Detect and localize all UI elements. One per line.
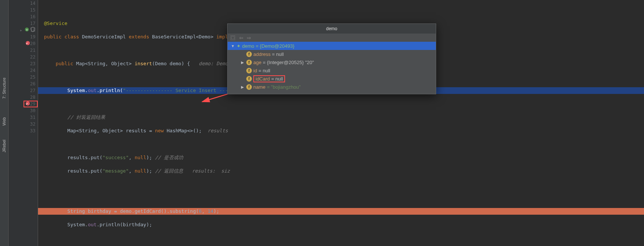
- variable-row[interactable]: ▼ ✦ demo = {Demo@20493}: [228, 42, 436, 50]
- inline-hint: results: siz: [192, 168, 230, 174]
- line-number: 17: [9, 20, 38, 27]
- field-name: address: [253, 51, 271, 57]
- line-number: 21: [9, 47, 38, 54]
- expand-icon[interactable]: ▼: [231, 44, 235, 48]
- variable-label: demo = {Demo@20493}: [242, 43, 294, 49]
- variable-row[interactable]: fid = null: [228, 66, 436, 75]
- forward-icon[interactable]: ⇨: [247, 35, 251, 41]
- jrebel-tab[interactable]: JRebel: [2, 146, 6, 154]
- svg-text:o: o: [26, 28, 28, 31]
- back-icon[interactable]: ⇦: [239, 35, 243, 41]
- line-number: 25: [9, 74, 38, 81]
- field-name: id: [253, 68, 257, 73]
- annotation-box: idCard = null: [253, 75, 285, 82]
- popup-toolbar: ⿴ ⇦ ⇨: [228, 34, 436, 42]
- evaluate-popup[interactable]: demo ⿴ ⇦ ⇨ ▼ ✦ demo = {Demo@20493} faddr…: [227, 23, 436, 94]
- breakpoint-verified-icon[interactable]: [26, 41, 30, 45]
- line-number: 19: [9, 34, 38, 40]
- breakpoint-exception-icon[interactable]: [26, 101, 30, 105]
- gutter[interactable]: 14 15 16 17 o 18 ▸ 19 20: [9, 0, 38, 246]
- field-value: = "bojiangzhou": [266, 84, 301, 90]
- field-icon: f: [246, 60, 252, 65]
- line-number: 26: [9, 81, 38, 87]
- inline-hint: results: [207, 128, 228, 133]
- field-value: = {Integer@20525} "20": [262, 60, 314, 65]
- field-name: age: [253, 60, 262, 65]
- line-number: 23: [9, 60, 38, 67]
- line-number: 24: [9, 67, 38, 74]
- line-number: 28: [9, 94, 38, 101]
- field-name: name: [253, 84, 266, 90]
- field-name: idCard: [256, 76, 270, 82]
- override-icon[interactable]: o: [24, 27, 29, 34]
- line-number: 22: [9, 54, 38, 60]
- line-number[interactable]: 20: [9, 40, 38, 47]
- field-icon: f: [246, 76, 252, 82]
- line-number: 30: [9, 107, 38, 114]
- line-number[interactable]: 29: [9, 101, 38, 107]
- annotation: @Service: [44, 20, 68, 26]
- tree-icon[interactable]: ⿴: [231, 35, 235, 41]
- tool-window-stripe[interactable]: 7: Structure Web JRebel: [0, 0, 9, 246]
- object-icon: ✦: [237, 43, 241, 49]
- structure-tab[interactable]: 7: Structure: [2, 92, 6, 100]
- variable-row[interactable]: fidCard = null: [228, 75, 436, 83]
- line-number: 32: [9, 121, 38, 127]
- inline-hint: demo: Demo@: [199, 61, 231, 66]
- field-value: = null: [270, 76, 283, 82]
- line-number: 33: [9, 127, 38, 134]
- line-number: 16: [9, 13, 38, 20]
- shield-icon[interactable]: [30, 27, 35, 34]
- field-icon: f: [246, 84, 252, 90]
- field-icon: f: [246, 68, 252, 73]
- popup-body: ▼ ✦ demo = {Demo@20493} faddress = null▶…: [228, 42, 436, 94]
- comment: // 封装返回结果: [44, 114, 105, 120]
- line-number: 15: [9, 7, 38, 13]
- error-line: String birthday = demo.getIdCard().subst…: [38, 208, 644, 215]
- field-value: = null: [271, 51, 284, 57]
- variable-row[interactable]: ▶fname = "bojiangzhou": [228, 83, 436, 91]
- line-number: 31: [9, 114, 38, 121]
- web-tab[interactable]: Web: [2, 119, 6, 127]
- expand-icon[interactable]: ▶: [240, 85, 245, 89]
- line-number: 14: [9, 0, 38, 7]
- field-value: = null: [257, 68, 270, 73]
- expand-icon[interactable]: ▶: [240, 60, 245, 64]
- variable-row[interactable]: faddress = null: [228, 50, 436, 58]
- popup-title: demo: [228, 24, 436, 34]
- field-icon: f: [246, 51, 252, 57]
- line-number: 27: [9, 87, 38, 94]
- variable-row[interactable]: ▶fage = {Integer@20525} "20": [228, 58, 436, 66]
- run-gutter-icon[interactable]: ▸: [20, 27, 22, 34]
- line-number: o 18 ▸: [9, 27, 38, 34]
